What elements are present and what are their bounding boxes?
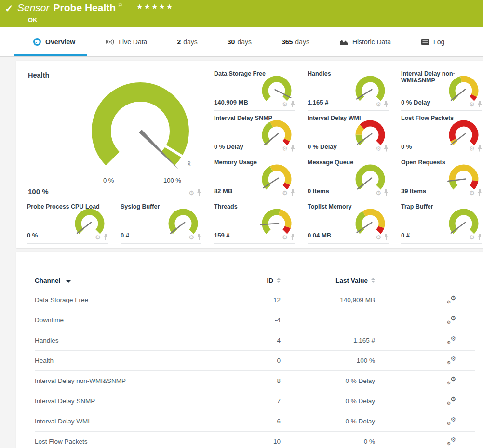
channel-name[interactable]: Handles	[35, 337, 237, 344]
gauge-pin-icon[interactable]	[477, 145, 482, 152]
gauge-grid: Health x̄ 0 % 100 % 100 % ⚙ Data Storage…	[16, 61, 483, 248]
gauge-title: Lost Flow Packets	[401, 115, 483, 121]
gauge-settings-icon[interactable]: ⚙	[469, 145, 475, 152]
gauge-title: Message Queue	[308, 159, 392, 166]
channel-id: 6	[277, 418, 281, 425]
gauge-settings-icon[interactable]: ⚙	[469, 101, 475, 107]
tab-label: days	[295, 38, 309, 46]
channel-last-value: 0 % Delay	[345, 377, 375, 384]
gauge-settings-icon[interactable]: ⚙	[282, 234, 288, 240]
channel-settings-icon[interactable]: ⚙⚙	[447, 376, 456, 384]
channel-settings-icon[interactable]: ⚙⚙	[447, 316, 456, 323]
gauge-value: 140,909 MB	[214, 99, 248, 106]
tab-label: days	[237, 38, 252, 46]
tab-live-data[interactable]: Live Data	[103, 27, 149, 56]
column-header-last-value[interactable]: Last Value	[335, 277, 375, 284]
table-row[interactable]: Interval Delay non-WMI&SNMP 8 0 % Delay …	[35, 371, 475, 391]
table-row[interactable]: Data Storage Free 12 140,909 MB ⚙⚙	[35, 290, 475, 310]
flag-icon[interactable]: ⚐	[118, 2, 123, 9]
tab-365-days[interactable]: 365 days	[280, 27, 311, 56]
table-row[interactable]: Lost Flow Packets 10 0 % ⚙⚙	[35, 432, 475, 448]
gauge-value: 100 %	[28, 187, 49, 196]
divider	[27, 243, 108, 244]
gauge-settings-icon[interactable]: ⚙	[188, 234, 194, 240]
gauges-card: Health x̄ 0 % 100 % 100 % ⚙ Data Storage…	[16, 61, 483, 248]
channel-id: 8	[277, 377, 281, 384]
gauge-title: Threads	[214, 203, 299, 210]
gauge-settings-icon[interactable]: ⚙	[469, 234, 475, 240]
channel-name[interactable]: Data Storage Free	[35, 296, 237, 303]
gauge-pin-icon[interactable]	[477, 189, 482, 196]
gauge-pin-icon[interactable]	[103, 234, 108, 240]
table-header: Channel ID Last Value	[35, 274, 475, 290]
priority-stars[interactable]: ★★★★★	[136, 2, 174, 11]
channel-name[interactable]: Health	[35, 357, 237, 364]
gauge-value: 82 MB	[214, 187, 232, 195]
gauge-toplist-memory: Toplist Memory 0.04 MB ⚙	[303, 199, 396, 244]
gauge-pin-icon[interactable]	[197, 234, 201, 240]
table-row[interactable]: Health 0 100 % ⚙⚙	[35, 351, 475, 371]
tab-historic-data[interactable]: Historic Data	[337, 27, 393, 56]
channel-name[interactable]: Lost Flow Packets	[35, 438, 237, 445]
column-header-channel[interactable]: Channel	[35, 277, 237, 284]
table-body: Data Storage Free 12 140,909 MB ⚙⚙ Downt…	[35, 290, 475, 448]
gauge-lost-flow-packets: Lost Flow Packets 0 % ⚙	[396, 111, 483, 155]
gauge-settings-icon[interactable]: ⚙	[282, 101, 288, 107]
gauge-settings-icon[interactable]: ⚙	[376, 101, 381, 107]
page: { "header": { "status_icon": "✓", "type_…	[0, 0, 483, 448]
channels-card: Channel ID Last Value Data Storage Free …	[16, 252, 483, 448]
channel-settings-icon[interactable]: ⚙⚙	[447, 437, 456, 445]
gauge-value: 0 %	[401, 143, 412, 150]
table-row[interactable]: Downtime -4 ⚙⚙	[35, 310, 475, 330]
gauge-settings-icon[interactable]: ⚙	[188, 190, 194, 196]
tab-log[interactable]: Log	[419, 27, 446, 56]
channel-settings-icon[interactable]: ⚙⚙	[447, 295, 456, 303]
gauge-pin-icon[interactable]	[384, 145, 389, 152]
gauge-settings-icon[interactable]: ⚙	[282, 190, 288, 196]
broadcast-icon	[105, 38, 115, 46]
column-header-id[interactable]: ID	[267, 277, 281, 284]
tab-30-days[interactable]: 30 days	[226, 27, 254, 56]
gauge-title: Memory Usage	[214, 159, 299, 166]
tab-bar: Overview Live Data 2 days 30 days 365 da…	[0, 27, 483, 57]
table-row[interactable]: Interval Delay SNMP 7 0 % Delay ⚙⚙	[35, 391, 475, 411]
gauge-message-queue: Message Queue 0 Items ⚙	[303, 155, 396, 199]
channel-settings-icon[interactable]: ⚙⚙	[447, 336, 456, 343]
gauge-pin-icon[interactable]	[197, 189, 201, 196]
channel-name[interactable]: Interval Delay SNMP	[35, 397, 237, 405]
sort-caret-icon	[66, 280, 71, 283]
channel-settings-icon[interactable]: ⚙⚙	[447, 417, 456, 424]
gauge-handles: Handles 1,165 # ⚙	[303, 66, 396, 111]
table-row[interactable]: Interval Delay WMI 6 0 % Delay ⚙⚙	[35, 411, 475, 432]
gauge-scale-max: 100 %	[163, 177, 181, 184]
gauge-pin-icon[interactable]	[477, 101, 482, 107]
channel-settings-icon[interactable]: ⚙⚙	[447, 356, 456, 364]
channel-settings-icon[interactable]: ⚙⚙	[447, 396, 456, 404]
gauge-settings-icon[interactable]: ⚙	[282, 145, 288, 152]
channel-name[interactable]: Interval Delay non-WMI&SNMP	[35, 377, 237, 384]
gauge-settings-icon[interactable]: ⚙	[469, 190, 475, 196]
gauge-pin-icon[interactable]	[384, 234, 389, 240]
gauge-value: 159 #	[214, 232, 230, 239]
gauge-pin-icon[interactable]	[290, 101, 295, 107]
gauge-pin-icon[interactable]	[290, 189, 295, 196]
tab-overview[interactable]: Overview	[31, 27, 77, 56]
gauge-settings-icon[interactable]: ⚙	[95, 234, 101, 240]
gauge-title: Interval Delay WMI	[308, 115, 392, 121]
table-row[interactable]: Handles 4 1,165 # ⚙⚙	[35, 330, 475, 351]
gauge-pin-icon[interactable]	[384, 101, 389, 107]
gauge-settings-icon[interactable]: ⚙	[376, 190, 381, 196]
gauge-interval-delay-wmi: Interval Delay WMI 0 % Delay ⚙	[303, 111, 396, 155]
log-icon	[421, 39, 429, 45]
gauge-pin-icon[interactable]	[477, 234, 482, 240]
gauge-pin-icon[interactable]	[384, 189, 389, 196]
gauge-pin-icon[interactable]	[290, 145, 295, 152]
gauge-settings-icon[interactable]: ⚙	[376, 145, 381, 152]
channel-name[interactable]: Interval Delay WMI	[35, 418, 237, 425]
gauge-title: Toplist Memory	[308, 203, 392, 210]
channel-name[interactable]: Downtime	[35, 316, 237, 324]
gauge-title: Handles	[308, 70, 392, 77]
tab-2-days[interactable]: 2 days	[175, 27, 199, 56]
gauge-pin-icon[interactable]	[290, 234, 295, 240]
gauge-settings-icon[interactable]: ⚙	[376, 234, 381, 240]
